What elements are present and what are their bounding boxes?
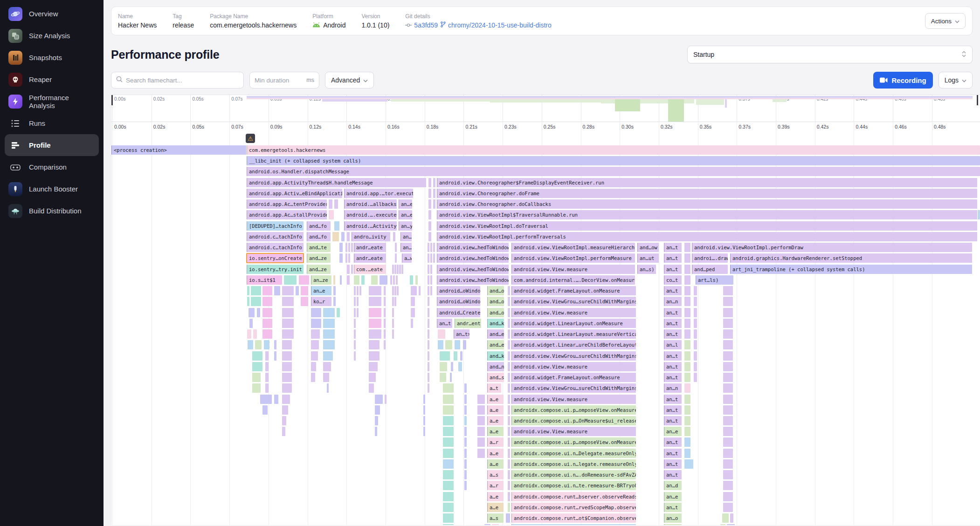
flame-frame[interactable] <box>394 265 396 274</box>
flame-frame[interactable]: a…s <box>487 470 504 479</box>
flame-frame[interactable] <box>723 437 733 447</box>
flame-frame[interactable] <box>464 427 467 436</box>
sidebar-item-runs[interactable]: Runs <box>5 112 99 134</box>
flame-frame[interactable]: a…e <box>487 405 504 415</box>
flame-frame[interactable]: an…t <box>664 253 682 263</box>
flame-frame[interactable] <box>723 319 733 328</box>
flame-frame[interactable] <box>694 308 697 317</box>
flame-frame[interactable]: android.app.Activ…eBindApplication <box>247 189 342 198</box>
flame-frame[interactable] <box>506 513 510 523</box>
flame-frame[interactable]: androidx.compose.ui.p…omposeView.onMeasu… <box>511 405 636 415</box>
flame-frame[interactable]: an…w <box>400 232 412 241</box>
flame-frame[interactable] <box>464 459 467 469</box>
flame-frame[interactable] <box>464 470 467 479</box>
flame-frame[interactable] <box>311 362 316 371</box>
flame-frame[interactable] <box>282 329 294 339</box>
flamechart[interactable]: ⚠ 0.00s0.00s0.02s0.02s0.05s0.05s0.07s0.0… <box>111 95 980 525</box>
flame-frame[interactable] <box>262 329 272 339</box>
flame-frame[interactable] <box>348 253 350 263</box>
flame-frame[interactable] <box>411 286 417 295</box>
flame-frame[interactable]: io.sentry…try.init <box>247 265 304 274</box>
flame-frame[interactable] <box>375 427 377 436</box>
flame-frame[interactable] <box>443 503 454 512</box>
flame-frame[interactable] <box>694 329 697 339</box>
sidebar-item-snapshots[interactable]: Snapshots <box>5 47 99 68</box>
flame-frame[interactable] <box>684 297 690 306</box>
flame-frame[interactable] <box>282 340 292 349</box>
flame-frame[interactable] <box>443 395 454 404</box>
flame-frame[interactable] <box>415 275 418 285</box>
flame-frame[interactable] <box>282 362 292 371</box>
flame-frame[interactable]: androidx.compose.ui.n…legate.remeasureOn… <box>511 459 636 469</box>
flame-frame[interactable] <box>262 319 272 328</box>
flame-frame[interactable] <box>274 351 276 361</box>
flame-frame[interactable] <box>443 449 454 458</box>
flame-frame[interactable] <box>255 340 262 349</box>
flame-frame[interactable] <box>354 308 356 317</box>
flame-frame[interactable] <box>334 199 338 209</box>
flame-frame[interactable]: and…ow <box>487 308 504 317</box>
flame-frame[interactable]: android…oWindow <box>437 297 480 306</box>
flame-frame[interactable]: androidx.compose.runt…rvedScopeMap.obser… <box>511 503 636 512</box>
flame-frame[interactable]: android.view…hedToWindow <box>437 253 509 263</box>
flame-frame[interactable] <box>282 297 294 306</box>
flame-frame[interactable] <box>392 286 394 295</box>
flame-frame[interactable] <box>508 416 510 425</box>
flame-frame[interactable] <box>477 395 485 404</box>
flame-frame[interactable]: an…y <box>399 221 412 231</box>
flame-frame[interactable]: android.view.View.measure <box>511 395 636 404</box>
flame-frame[interactable] <box>354 340 356 349</box>
flame-frame[interactable]: an…d <box>664 481 682 490</box>
flame-frame[interactable] <box>723 351 733 361</box>
flame-frame[interactable]: a…e <box>487 459 504 469</box>
flame-frame[interactable] <box>359 286 361 295</box>
sidebar-item-performance-analysis[interactable]: Performance Analysis <box>5 90 99 112</box>
flame-frame[interactable] <box>508 351 510 361</box>
flame-frame[interactable]: android.view.ViewGrou…sureChildWithMargi… <box>511 383 636 393</box>
flame-frame[interactable]: and…ze <box>307 253 331 263</box>
flame-frame[interactable] <box>455 340 460 349</box>
flame-frame[interactable] <box>723 416 733 425</box>
flame-frame[interactable] <box>443 427 454 436</box>
flame-frame[interactable] <box>282 319 294 328</box>
flame-frame[interactable] <box>684 362 690 371</box>
flame-frame[interactable] <box>443 470 454 479</box>
flame-frame[interactable] <box>433 253 435 263</box>
flame-frame[interactable]: android.widget.LinearLayout.onMeasure <box>511 319 636 328</box>
flame-frame[interactable] <box>428 253 429 263</box>
flame-frame[interactable] <box>694 340 697 349</box>
flame-frame[interactable] <box>428 351 429 361</box>
flame-frame[interactable] <box>301 297 308 306</box>
flame-frame[interactable] <box>251 297 261 306</box>
flame-frame[interactable]: an…t <box>437 319 452 328</box>
flame-frame[interactable]: and…ze <box>307 265 331 274</box>
flame-frame[interactable]: an…e <box>664 492 682 501</box>
minimap-left-handle[interactable] <box>111 95 113 105</box>
flame-frame[interactable]: android.view…hedToWindow <box>437 243 509 252</box>
flame-frame[interactable] <box>477 405 485 415</box>
flame-frame[interactable]: and…ed <box>487 340 504 349</box>
git-branch-link[interactable]: chromy/2024-10-15-use-build-distro <box>441 21 552 29</box>
flame-frame[interactable] <box>423 405 425 415</box>
flame-frame[interactable] <box>458 362 462 371</box>
flame-frame[interactable] <box>428 340 429 349</box>
flame-frame[interactable] <box>384 340 386 349</box>
flame-frame[interactable]: ko…r <box>311 297 331 306</box>
flame-frame[interactable] <box>428 210 431 219</box>
flame-frame[interactable]: android.….execute <box>344 210 397 219</box>
flame-frame[interactable] <box>508 373 510 382</box>
flame-frame[interactable]: an…t <box>664 395 682 404</box>
flame-frame[interactable] <box>354 297 356 306</box>
flame-frame[interactable] <box>354 319 356 328</box>
flame-frame[interactable] <box>464 481 467 490</box>
flame-frame[interactable] <box>334 221 339 231</box>
flame-frame[interactable]: and…ow <box>487 297 504 306</box>
flame-frame[interactable]: android.view.Choreographer.doFrame <box>437 189 977 198</box>
flame-frame[interactable] <box>369 383 374 393</box>
flame-frame[interactable] <box>252 362 262 371</box>
flame-frame[interactable] <box>345 253 347 263</box>
flame-frame[interactable] <box>341 232 345 241</box>
flame-frame[interactable] <box>393 232 395 241</box>
flame-frame[interactable] <box>433 243 435 252</box>
flame-frame[interactable]: androidx.compose.ui.p…OnMeasure$ui_relea… <box>511 416 636 425</box>
